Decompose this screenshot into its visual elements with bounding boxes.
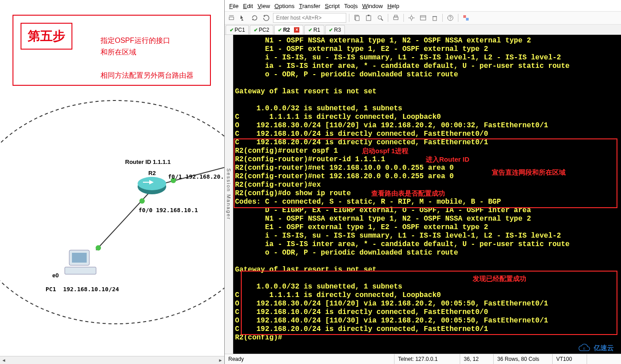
annotation-box-2 (241, 271, 617, 335)
tab-label: R3 (334, 27, 341, 33)
session-manager-label: Session Manager (226, 168, 231, 220)
close-icon[interactable]: × (294, 27, 299, 33)
tab-pc1[interactable]: ✔PC1 (226, 25, 249, 34)
watermark: E 亿速云 (578, 343, 614, 352)
pc-ip: 192.168.10.10/24 (63, 286, 119, 293)
connect-icon[interactable] (227, 13, 236, 23)
check-icon: ✔ (230, 28, 233, 32)
menubar: File Edit View Options Transfer Script T… (225, 0, 621, 11)
tab-label: PC2 (259, 27, 269, 33)
reconnect-icon[interactable] (250, 13, 260, 23)
step-box: 第五步 指定OSPF运行的接口 和所在区域 相同方法配置另外两台路由器 (13, 15, 211, 86)
menu-tools[interactable]: Tools (342, 2, 359, 10)
svg-text:?: ? (449, 16, 452, 21)
svg-line-21 (381, 19, 383, 21)
step-title: 第五步 (21, 23, 72, 50)
status-emulation: VT100 (553, 354, 587, 364)
router-id-label: Router ID 1.1.1.1 (125, 159, 171, 165)
scroll-left-icon[interactable]: ◄ (0, 356, 8, 364)
annotation-success: 发现已经配置成功 (473, 275, 526, 283)
tab-bar: ✔PC1 ✔PC2 ✔R2 × ✔R1 ✔R3 (225, 25, 621, 35)
svg-point-24 (410, 17, 413, 19)
pc-if-label: e0 (52, 272, 59, 279)
svg-rect-18 (366, 16, 371, 21)
watermark-text: 亿速云 (594, 344, 614, 352)
pc-name: PC1 (46, 286, 56, 293)
svg-rect-23 (394, 15, 397, 17)
status-bar: Ready Telnet: 127.0.0.1 36, 12 36 Rows, … (225, 354, 621, 364)
securecrt-window: File Edit View Options Transfer Script T… (225, 0, 621, 364)
copy-icon[interactable] (352, 13, 362, 23)
svg-rect-29 (420, 16, 426, 20)
host-input[interactable] (273, 13, 346, 23)
topology-canvas[interactable]: 第五步 指定OSPF运行的接口 和所在区域 相同方法配置另外两台路由器 Rout… (0, 0, 225, 364)
tab-label: PC1 (235, 27, 245, 33)
toolbar: ? (225, 11, 621, 25)
status-extra (587, 354, 621, 364)
horizontal-scrollbar[interactable]: ◄ ► (0, 356, 224, 364)
settings-icon[interactable] (407, 13, 416, 23)
if-0-1-label: f0/1 192.168.20. (168, 173, 224, 180)
annotation-ospf: 启动ospf 1进程 (362, 147, 408, 155)
print-icon[interactable] (391, 13, 401, 23)
svg-rect-10 (65, 267, 96, 274)
check-icon: ✔ (278, 28, 282, 32)
arrange-icon[interactable] (461, 13, 471, 23)
annotation-showroute: 查看路由表是否配置成功 (371, 189, 445, 198)
menu-script[interactable]: Script (323, 2, 341, 10)
svg-rect-31 (433, 17, 436, 21)
menu-help[interactable]: Help (386, 2, 401, 10)
menu-view[interactable]: View (256, 2, 272, 10)
if-0-0-label: f0/0 192.168.10.1 (138, 207, 198, 213)
svg-rect-9 (72, 253, 87, 263)
svg-text:E: E (583, 347, 586, 351)
paste-icon[interactable] (364, 13, 373, 23)
find-icon[interactable] (375, 13, 385, 23)
svg-point-4 (139, 198, 145, 204)
trash-icon[interactable] (430, 13, 440, 23)
quick-connect-icon[interactable] (238, 13, 248, 23)
router-name: R2 (148, 170, 156, 176)
cloud-icon: E (578, 343, 591, 352)
menu-options[interactable]: Options (273, 2, 296, 10)
menu-edit[interactable]: Edit (241, 2, 255, 10)
svg-rect-17 (356, 16, 359, 21)
svg-rect-35 (463, 15, 466, 18)
svg-rect-36 (466, 18, 469, 21)
status-connection: Telnet: 127.0.0.1 (394, 354, 460, 364)
svg-point-20 (378, 16, 382, 19)
tab-r3[interactable]: ✔R3 (325, 25, 345, 34)
menu-file[interactable]: File (227, 2, 240, 10)
help-icon[interactable]: ? (445, 13, 455, 23)
annotation-net: 宣告直连网段和所在区域 (492, 168, 566, 177)
svg-point-7 (138, 177, 166, 190)
status-ready: Ready (225, 354, 394, 364)
check-icon: ✔ (329, 28, 333, 32)
svg-marker-13 (240, 15, 243, 21)
session-manager-panel[interactable]: Session Manager (225, 35, 233, 354)
svg-marker-15 (263, 15, 265, 17)
annotation-routerid: 进入Router ID (426, 155, 470, 164)
svg-rect-19 (368, 15, 369, 16)
session-options-icon[interactable] (418, 13, 428, 23)
status-cursor: 36, 12 (460, 354, 494, 364)
disconnect-icon[interactable] (261, 13, 271, 23)
check-icon: ✔ (308, 28, 312, 32)
tab-label: R2 (283, 27, 290, 33)
step-description: 指定OSPF运行的接口 和所在区域 相同方法配置另外两台路由器 (101, 35, 193, 81)
svg-rect-22 (394, 17, 398, 20)
menu-window[interactable]: Window (361, 2, 385, 10)
check-icon: ✔ (254, 28, 257, 32)
menu-transfer[interactable]: Transfer (297, 2, 322, 10)
svg-rect-11 (229, 17, 234, 20)
tab-label: R1 (313, 27, 320, 33)
terminal-wrap: Session Manager N1 - OSPF NSSA external … (225, 35, 621, 354)
svg-point-5 (96, 245, 101, 251)
tab-r1[interactable]: ✔R1 (304, 25, 324, 34)
tab-r2[interactable]: ✔R2 × (274, 25, 304, 34)
scroll-right-icon[interactable]: ► (217, 356, 224, 364)
status-size: 36 Rows, 80 Cols (494, 354, 553, 364)
tab-pc2[interactable]: ✔PC2 (250, 25, 273, 34)
